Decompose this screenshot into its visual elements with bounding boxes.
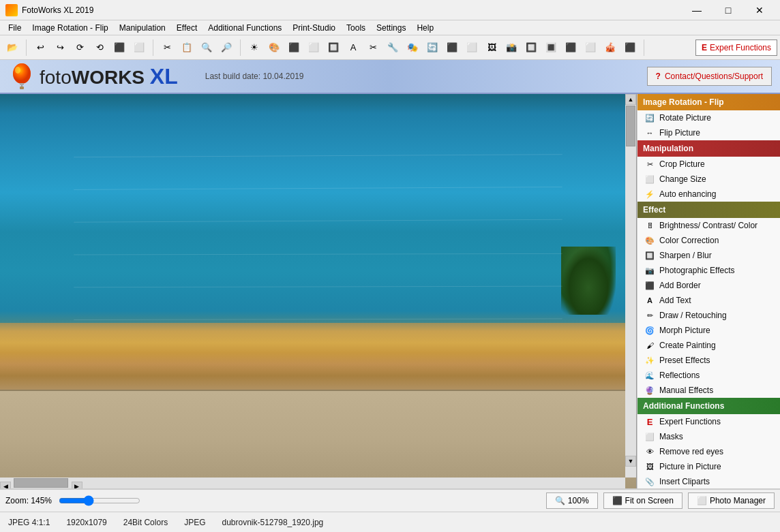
menu-settings[interactable]: Settings [371, 22, 411, 34]
change-size-icon: ⬜ [644, 174, 655, 185]
photo-fx-btn[interactable]: ⬜ [304, 38, 323, 57]
vertical-scrollbar[interactable]: ▲ ▼ [625, 94, 636, 478]
flip-h-btn[interactable]: ⬛ [110, 38, 129, 57]
clipart-btn[interactable]: ⬜ [581, 38, 600, 57]
panel-item-add-text[interactable]: A Add Text [638, 293, 780, 308]
menu-help[interactable]: Help [411, 22, 439, 34]
svg-line-6 [74, 155, 562, 157]
rotate-cw-btn[interactable]: ⟳ [70, 38, 89, 57]
photo-effects-icon: 📷 [644, 265, 655, 276]
menu-manipulation[interactable]: Manipulation [114, 22, 171, 34]
crop-btn[interactable]: ✂ [158, 38, 177, 57]
zoom-slider[interactable] [59, 495, 140, 506]
status-resolution: 1920x1079 [66, 518, 106, 527]
svg-line-8 [74, 219, 562, 222]
svg-rect-5 [20, 87, 24, 89]
right-panel: Image Rotation - Flip 🔄 Rotate Picture ↔… [637, 94, 780, 488]
insert-cliparts-icon: 📎 [644, 476, 655, 487]
symbols-btn[interactable]: 🎪 [601, 38, 620, 57]
panel-item-photo-effects[interactable]: 📷 Photographic Effects [638, 263, 780, 278]
expert-icon-btn[interactable]: 📸 [502, 38, 521, 57]
manual-btn[interactable]: 🖼 [482, 38, 501, 57]
redeye-btn[interactable]: 🔳 [541, 38, 560, 57]
flip-v-btn[interactable]: ⬜ [130, 38, 149, 57]
zoom-out-btn[interactable]: 🔎 [217, 38, 236, 57]
panel-item-masks[interactable]: ⬜ Masks [638, 429, 780, 444]
status-format: JPEG 4:1:1 [8, 518, 50, 527]
panel-item-crop[interactable]: ✂ Crop Picture [638, 157, 780, 172]
panel-item-sharpen-blur[interactable]: 🔲 Sharpen / Blur [638, 248, 780, 263]
panel-item-color-correction[interactable]: 🎨 Color Correction [638, 233, 780, 248]
create-painting-label: Create Painting [659, 341, 716, 350]
rotate-picture-icon: 🔄 [644, 112, 655, 123]
rotate-right-btn[interactable]: ↪ [50, 38, 70, 57]
scroll-up-arrow[interactable]: ▲ [625, 94, 636, 105]
morph-btn[interactable]: 🎭 [403, 38, 422, 57]
text-btn[interactable]: A [344, 38, 363, 57]
scroll-thumb-h[interactable] [14, 478, 68, 488]
toolbar-group-edit: ✂ 📋 🔍 🔎 [158, 38, 236, 57]
close-button[interactable]: ✕ [745, 1, 775, 20]
zoom-100-button[interactable]: 🔍 100% [546, 492, 598, 509]
menu-file[interactable]: File [3, 22, 27, 34]
panel-item-rotate-picture[interactable]: 🔄 Rotate Picture [638, 110, 780, 125]
panel-item-manual-effects[interactable]: 🔮 Manual Effects [638, 383, 780, 398]
panel-item-auto-enhance[interactable]: ⚡ Auto enhancing [638, 187, 780, 202]
retouch-btn[interactable]: 🔧 [383, 38, 402, 57]
reflect-btn[interactable]: ⬜ [462, 38, 481, 57]
panel-item-brightness[interactable]: 🎚 Brightness/ Contrast/ Color [638, 218, 780, 233]
morph-picture-label: Morph Picture [659, 326, 710, 335]
panel-item-reflections[interactable]: 🌊 Reflections [638, 368, 780, 383]
expert-functions-button[interactable]: E Expert Functions [695, 40, 777, 56]
panel-item-change-size[interactable]: ⬜ Change Size [638, 172, 780, 187]
zoom-in-btn[interactable]: 🔍 [197, 38, 216, 57]
panel-item-create-painting[interactable]: 🖌 Create Painting [638, 338, 780, 353]
menu-effect[interactable]: Effect [171, 22, 202, 34]
scroll-down-arrow[interactable]: ▼ [625, 456, 636, 467]
scroll-thumb-v[interactable] [626, 106, 635, 146]
panel-item-flip-picture[interactable]: ↔ Flip Picture [638, 125, 780, 140]
remove-red-eyes-icon: 👁 [644, 446, 655, 457]
rotate-left-btn[interactable]: ↩ [31, 38, 50, 57]
menu-image-rotation[interactable]: Image Rotation - Flip [27, 22, 113, 34]
draw-btn[interactable]: ✂ [363, 38, 382, 57]
maximize-button[interactable]: □ [713, 1, 743, 20]
zoombar: Zoom: 145% 🔍 100% ⬛ Fit on Screen ⬜ Phot… [0, 488, 780, 512]
rotate-ccw-btn[interactable]: ⟲ [90, 38, 109, 57]
scroll-left-arrow[interactable]: ◀ [0, 482, 11, 488]
toolbar-separator-3 [240, 40, 241, 56]
contact-button[interactable]: ? Contact/Questions/Support [647, 67, 772, 86]
panel-item-remove-red-eyes[interactable]: 👁 Remove red eyes [638, 444, 780, 459]
open-btn[interactable]: 📂 [3, 38, 22, 57]
color-btn[interactable]: 🎨 [265, 38, 284, 57]
paint-btn[interactable]: 🔄 [423, 38, 442, 57]
horizontal-scrollbar[interactable]: ◀ ▶ [0, 478, 625, 488]
border-btn[interactable]: 🔲 [324, 38, 343, 57]
mask-btn[interactable]: 🔲 [522, 38, 541, 57]
panel-item-draw-retouching[interactable]: ✏ Draw / Retouching [638, 308, 780, 323]
canvas-area[interactable]: ▲ ▼ ◀ ▶ [0, 94, 637, 488]
preset-btn[interactable]: ⬛ [442, 38, 462, 57]
panel-item-add-border[interactable]: ⬛ Add Border [638, 278, 780, 293]
build-date: Last build date: 10.04.2019 [205, 72, 304, 81]
menu-print-studio[interactable]: Print-Studio [287, 22, 341, 34]
panel-item-preset-effects[interactable]: ✨ Preset Effects [638, 353, 780, 368]
minimize-button[interactable]: — [682, 1, 712, 20]
photo-manager-button[interactable]: ⬜ Photo Manager [688, 492, 775, 509]
panel-item-picture-in-picture[interactable]: 🖼 Picture in Picture [638, 459, 780, 474]
crop-label: Crop Picture [659, 159, 705, 169]
resize-btn[interactable]: 📋 [177, 38, 196, 57]
pip-btn[interactable]: ⬛ [561, 38, 580, 57]
collage-btn[interactable]: ⬛ [620, 38, 640, 57]
panel-item-morph-picture[interactable]: 🌀 Morph Picture [638, 323, 780, 338]
logo-xl: XL [150, 64, 178, 89]
fit-screen-button[interactable]: ⬛ Fit on Screen [603, 492, 682, 509]
brightness-btn[interactable]: ☀ [245, 38, 264, 57]
sharpen-btn[interactable]: ⬛ [284, 38, 303, 57]
menu-tools[interactable]: Tools [341, 22, 371, 34]
menu-additional-functions[interactable]: Additional Functions [202, 22, 287, 34]
scroll-right-arrow[interactable]: ▶ [72, 482, 82, 488]
panel-item-insert-cliparts[interactable]: 📎 Insert Cliparts [638, 474, 780, 488]
sharpen-blur-label: Sharpen / Blur [659, 251, 712, 260]
panel-item-expert-functions[interactable]: E Expert Functions [638, 414, 780, 429]
